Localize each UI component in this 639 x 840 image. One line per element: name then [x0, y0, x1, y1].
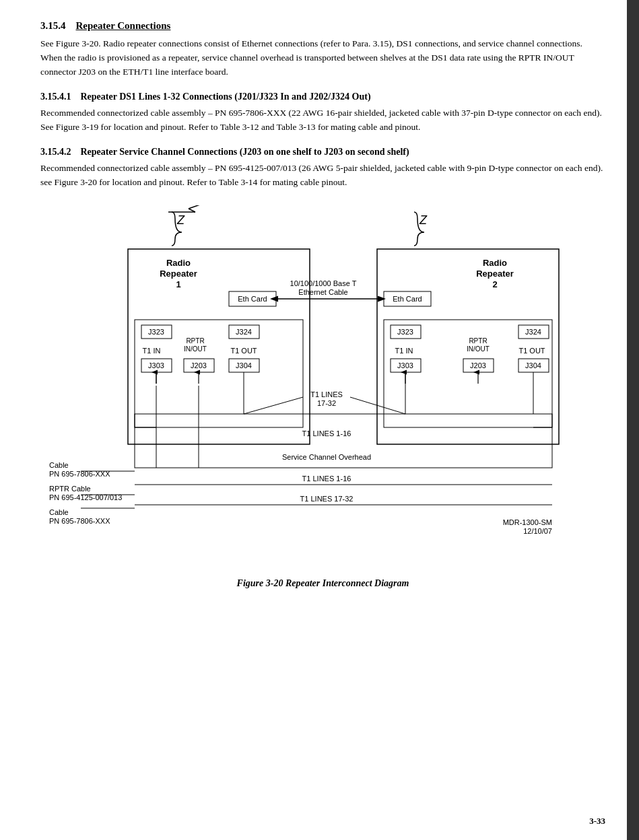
- right-sidebar: [627, 0, 639, 840]
- t1-lines-17-32-label2: 17-32: [316, 399, 335, 407]
- cable1-label-line1: Cable: [49, 461, 69, 469]
- repeater1-label-line1: Radio: [166, 258, 190, 268]
- page-number: 3-33: [589, 816, 605, 827]
- subsection1-body: Recommended connectorized cable assembly…: [40, 106, 605, 135]
- repeater2-inner-box: [384, 320, 552, 427]
- figure-area: Z Z Radio Repeater 1 Eth Card 10/100/100…: [40, 205, 605, 589]
- rptr-cable-label-line2: PN 695-4125-007/013: [49, 493, 122, 501]
- j203-left-label: J203: [191, 361, 207, 370]
- section-heading: 3.15.4 Repeater Connections: [40, 20, 605, 32]
- h-line-j324-t1lines: [244, 397, 303, 414]
- j303-left-label: J303: [148, 361, 164, 370]
- eth-cable-label2: Ethernet Cable: [298, 288, 347, 296]
- zigzag-left: Z: [176, 213, 185, 227]
- repeater1-label-line3: 1: [176, 279, 180, 289]
- zigzag-right: Z: [419, 213, 428, 227]
- diagram-container: Z Z Radio Repeater 1 Eth Card 10/100/100…: [40, 205, 605, 569]
- j303-right-label: J303: [397, 361, 413, 370]
- t1-lines-1-16-outer-label: T1 LINES 1-16: [302, 475, 351, 483]
- j304-right-label: J304: [525, 361, 541, 370]
- t1-lines-17-32-label1: T1 LINES: [310, 390, 343, 398]
- rptr-inout-right-label2: IN/OUT: [467, 345, 490, 353]
- j323-right-label: J323: [397, 328, 413, 336]
- j323-left-label: J323: [148, 328, 164, 336]
- j304-left-label: J304: [236, 361, 252, 370]
- mdr-number: MDR-1300-SM: [502, 518, 551, 526]
- t1-in-right-label: T1 IN: [395, 347, 413, 355]
- cable2-label-line1: Cable: [49, 508, 69, 516]
- repeater2-label-line3: 2: [492, 279, 497, 289]
- figure-caption: Figure 3-20 Repeater Interconnect Diagra…: [40, 578, 605, 589]
- repeater1-label-line2: Repeater: [160, 269, 197, 279]
- repeater2-label-line2: Repeater: [476, 269, 514, 279]
- cable2-label-line2: PN 695-7806-XXX: [49, 517, 110, 525]
- j324-right-label: J324: [525, 328, 541, 336]
- cable1-label-line2: PN 695-7806-XXX: [49, 470, 110, 478]
- eth-card-right-label: Eth Card: [393, 295, 422, 303]
- j324-left-label: J324: [236, 328, 252, 336]
- mdr-date: 12/10/07: [523, 527, 552, 535]
- t1-lines-17-32-outer-label: T1 LINES 17-32: [300, 495, 353, 503]
- eth-cable-label1: 10/100/1000 Base T: [290, 279, 356, 287]
- subsection1-heading: 3.15.4.1 Repeater DS1 Lines 1-32 Connect…: [40, 92, 605, 102]
- h-line-j323r-t1lines: [350, 397, 405, 414]
- section-body: See Figure 3-20. Radio repeater connecti…: [40, 37, 605, 79]
- rptr-inout-left-label1: RPTR: [186, 337, 204, 345]
- j203-right-label: J203: [470, 361, 486, 370]
- service-channel-label: Service Channel Overhead: [281, 453, 370, 461]
- repeater1-inner-box: [135, 320, 303, 427]
- rptr-inout-right-label1: RPTR: [469, 337, 487, 345]
- subsection2-heading: 3.15.4.2 Repeater Service Channel Connec…: [40, 147, 605, 158]
- eth-card-left-label: Eth Card: [238, 295, 267, 303]
- t1-in-left-label: T1 IN: [142, 347, 160, 355]
- rptr-cable-label-line1: RPTR Cable: [49, 485, 91, 493]
- t1-lines-1-16-inner-label: T1 LINES 1-16: [302, 429, 351, 438]
- rptr-inout-left-label2: IN/OUT: [184, 345, 207, 353]
- svg-line-2: [189, 205, 202, 209]
- repeater2-label-line1: Radio: [482, 258, 506, 268]
- t1-out-left-label: T1 OUT: [230, 347, 257, 355]
- t1-out-right-label: T1 OUT: [518, 347, 545, 355]
- diagram-svg: Z Z Radio Repeater 1 Eth Card 10/100/100…: [47, 205, 599, 569]
- subsection2-body: Recommended connectorized cable assembly…: [40, 162, 605, 190]
